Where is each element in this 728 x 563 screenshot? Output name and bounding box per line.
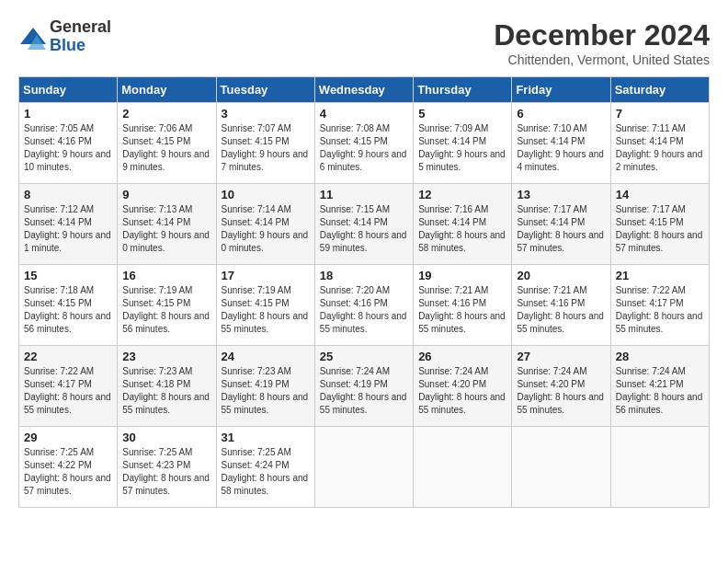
day-number: 20 [517, 269, 605, 282]
day-number: 16 [122, 269, 210, 282]
day-info: Sunrise: 7:25 AM Sunset: 4:23 PM Dayligh… [122, 446, 210, 498]
day-info: Sunrise: 7:21 AM Sunset: 4:16 PM Dayligh… [517, 284, 605, 336]
day-cell-4: 4 Sunrise: 7:08 AM Sunset: 4:15 PM Dayli… [314, 103, 413, 184]
day-info: Sunrise: 7:17 AM Sunset: 4:14 PM Dayligh… [517, 203, 605, 255]
day-info: Sunrise: 7:19 AM Sunset: 4:15 PM Dayligh… [122, 284, 210, 336]
day-info: Sunrise: 7:17 AM Sunset: 4:15 PM Dayligh… [616, 203, 704, 255]
day-number: 7 [616, 107, 704, 121]
day-cell-11: 11 Sunrise: 7:15 AM Sunset: 4:14 PM Dayl… [314, 184, 413, 265]
day-number: 26 [418, 350, 506, 363]
day-cell-3: 3 Sunrise: 7:07 AM Sunset: 4:15 PM Dayli… [216, 103, 314, 184]
day-cell-15: 15 Sunrise: 7:18 AM Sunset: 4:15 PM Dayl… [19, 265, 118, 346]
empty-cell [314, 427, 413, 508]
day-cell-25: 25 Sunrise: 7:24 AM Sunset: 4:19 PM Dayl… [314, 346, 413, 427]
day-info: Sunrise: 7:09 AM Sunset: 4:14 PM Dayligh… [418, 122, 506, 174]
day-number: 31 [222, 431, 310, 444]
day-cell-8: 8 Sunrise: 7:12 AM Sunset: 4:14 PM Dayli… [19, 184, 118, 265]
day-info: Sunrise: 7:22 AM Sunset: 4:17 PM Dayligh… [24, 365, 112, 417]
day-cell-20: 20 Sunrise: 7:21 AM Sunset: 4:16 PM Dayl… [512, 265, 610, 346]
week-row-5: 29 Sunrise: 7:25 AM Sunset: 4:22 PM Dayl… [19, 427, 710, 508]
day-cell-29: 29 Sunrise: 7:25 AM Sunset: 4:22 PM Dayl… [19, 427, 118, 508]
day-number: 29 [24, 431, 112, 444]
day-info: Sunrise: 7:24 AM Sunset: 4:20 PM Dayligh… [517, 365, 605, 417]
day-cell-21: 21 Sunrise: 7:22 AM Sunset: 4:17 PM Dayl… [610, 265, 709, 346]
day-info: Sunrise: 7:24 AM Sunset: 4:19 PM Dayligh… [320, 365, 408, 417]
header-sunday: Sunday [19, 77, 118, 103]
day-number: 2 [122, 107, 210, 121]
day-info: Sunrise: 7:13 AM Sunset: 4:14 PM Dayligh… [122, 203, 210, 255]
day-number: 22 [24, 350, 112, 363]
day-cell-5: 5 Sunrise: 7:09 AM Sunset: 4:14 PM Dayli… [414, 103, 512, 184]
day-cell-17: 17 Sunrise: 7:19 AM Sunset: 4:15 PM Dayl… [216, 265, 314, 346]
day-cell-12: 12 Sunrise: 7:16 AM Sunset: 4:14 PM Dayl… [414, 184, 512, 265]
day-info: Sunrise: 7:22 AM Sunset: 4:17 PM Dayligh… [616, 284, 704, 336]
day-number: 4 [320, 107, 408, 121]
day-cell-9: 9 Sunrise: 7:13 AM Sunset: 4:14 PM Dayli… [118, 184, 216, 265]
day-cell-18: 18 Sunrise: 7:20 AM Sunset: 4:16 PM Dayl… [314, 265, 413, 346]
day-cell-24: 24 Sunrise: 7:23 AM Sunset: 4:19 PM Dayl… [216, 346, 314, 427]
day-cell-14: 14 Sunrise: 7:17 AM Sunset: 4:15 PM Dayl… [610, 184, 709, 265]
day-info: Sunrise: 7:07 AM Sunset: 4:15 PM Dayligh… [222, 122, 310, 174]
day-cell-16: 16 Sunrise: 7:19 AM Sunset: 4:15 PM Dayl… [118, 265, 216, 346]
week-row-4: 22 Sunrise: 7:22 AM Sunset: 4:17 PM Dayl… [19, 346, 710, 427]
day-cell-7: 7 Sunrise: 7:11 AM Sunset: 4:14 PM Dayli… [610, 103, 709, 184]
day-info: Sunrise: 7:24 AM Sunset: 4:21 PM Dayligh… [616, 365, 704, 417]
day-cell-13: 13 Sunrise: 7:17 AM Sunset: 4:14 PM Dayl… [512, 184, 610, 265]
day-info: Sunrise: 7:18 AM Sunset: 4:15 PM Dayligh… [24, 284, 112, 336]
day-info: Sunrise: 7:19 AM Sunset: 4:15 PM Dayligh… [222, 284, 310, 336]
header-friday: Friday [512, 77, 610, 103]
day-info: Sunrise: 7:20 AM Sunset: 4:16 PM Dayligh… [320, 284, 408, 336]
day-info: Sunrise: 7:11 AM Sunset: 4:14 PM Dayligh… [616, 122, 704, 174]
day-number: 24 [222, 350, 310, 363]
day-number: 25 [320, 350, 408, 363]
day-info: Sunrise: 7:23 AM Sunset: 4:19 PM Dayligh… [222, 365, 310, 417]
day-info: Sunrise: 7:14 AM Sunset: 4:14 PM Dayligh… [222, 203, 310, 255]
day-cell-2: 2 Sunrise: 7:06 AM Sunset: 4:15 PM Dayli… [118, 103, 216, 184]
header-monday: Monday [118, 77, 216, 103]
day-number: 15 [24, 269, 112, 282]
day-number: 17 [222, 269, 310, 282]
day-info: Sunrise: 7:06 AM Sunset: 4:15 PM Dayligh… [122, 122, 210, 174]
day-number: 21 [616, 269, 704, 282]
logo-text: General Blue [50, 18, 111, 55]
day-number: 12 [418, 188, 506, 201]
day-number: 30 [122, 431, 210, 444]
day-info: Sunrise: 7:05 AM Sunset: 4:16 PM Dayligh… [24, 122, 112, 174]
day-number: 3 [222, 107, 310, 121]
header-saturday: Saturday [610, 77, 709, 103]
day-cell-10: 10 Sunrise: 7:14 AM Sunset: 4:14 PM Dayl… [216, 184, 314, 265]
day-info: Sunrise: 7:08 AM Sunset: 4:15 PM Dayligh… [320, 122, 408, 174]
day-info: Sunrise: 7:15 AM Sunset: 4:14 PM Dayligh… [320, 203, 408, 255]
day-cell-28: 28 Sunrise: 7:24 AM Sunset: 4:21 PM Dayl… [610, 346, 709, 427]
day-cell-27: 27 Sunrise: 7:24 AM Sunset: 4:20 PM Dayl… [512, 346, 610, 427]
day-number: 19 [418, 269, 506, 282]
day-number: 9 [122, 188, 210, 201]
day-number: 13 [517, 188, 605, 201]
empty-cell [512, 427, 610, 508]
day-info: Sunrise: 7:16 AM Sunset: 4:14 PM Dayligh… [418, 203, 506, 255]
logo: General Blue [18, 18, 111, 55]
day-number: 10 [222, 188, 310, 201]
day-cell-1: 1 Sunrise: 7:05 AM Sunset: 4:16 PM Dayli… [19, 103, 118, 184]
day-number: 11 [320, 188, 408, 201]
day-number: 28 [616, 350, 704, 363]
empty-cell [610, 427, 709, 508]
day-number: 23 [122, 350, 210, 363]
day-info: Sunrise: 7:23 AM Sunset: 4:18 PM Dayligh… [122, 365, 210, 417]
day-number: 8 [24, 188, 112, 201]
page-header: General Blue December 2024 Chittenden, V… [18, 18, 710, 67]
day-number: 14 [616, 188, 704, 201]
calendar-table: Sunday Monday Tuesday Wednesday Thursday… [18, 76, 710, 508]
header-tuesday: Tuesday [216, 77, 314, 103]
week-row-3: 15 Sunrise: 7:18 AM Sunset: 4:15 PM Dayl… [19, 265, 710, 346]
empty-cell [414, 427, 512, 508]
week-row-2: 8 Sunrise: 7:12 AM Sunset: 4:14 PM Dayli… [19, 184, 710, 265]
logo-icon [18, 26, 46, 48]
day-info: Sunrise: 7:21 AM Sunset: 4:16 PM Dayligh… [418, 284, 506, 336]
day-cell-31: 31 Sunrise: 7:25 AM Sunset: 4:24 PM Dayl… [216, 427, 314, 508]
day-number: 27 [517, 350, 605, 363]
month-title: December 2024 [494, 18, 710, 52]
day-info: Sunrise: 7:25 AM Sunset: 4:22 PM Dayligh… [24, 446, 112, 498]
day-cell-26: 26 Sunrise: 7:24 AM Sunset: 4:20 PM Dayl… [414, 346, 512, 427]
day-info: Sunrise: 7:24 AM Sunset: 4:20 PM Dayligh… [418, 365, 506, 417]
